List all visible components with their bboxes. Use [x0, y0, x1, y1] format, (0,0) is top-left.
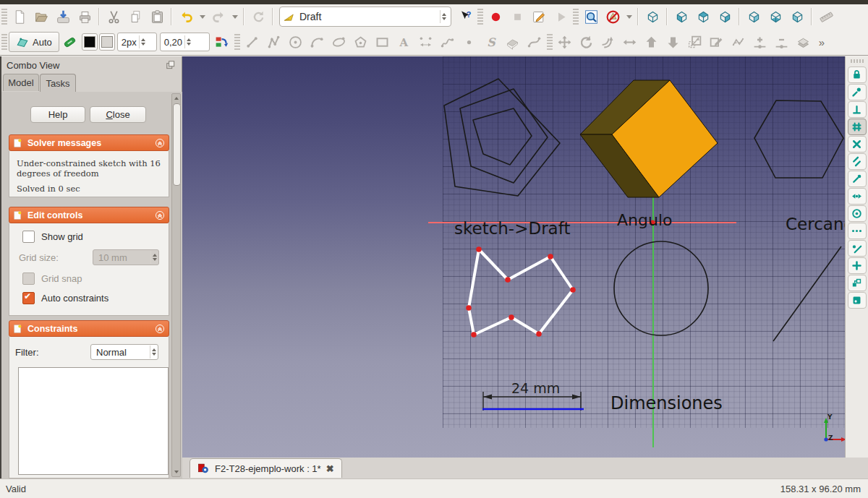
print-document-button[interactable] — [74, 7, 95, 27]
draft-line-button[interactable] — [242, 32, 263, 52]
draft-bspline-button[interactable] — [437, 32, 459, 52]
draft-ellipse-button[interactable] — [328, 32, 350, 52]
perpendicular-button[interactable] — [848, 101, 867, 118]
spin-arrows[interactable] — [139, 35, 147, 48]
text-scale-spinbox[interactable]: 0,20 — [160, 33, 210, 51]
draw-style-button[interactable] — [602, 7, 624, 27]
line-color-button[interactable] — [82, 33, 98, 51]
text-cercano[interactable]: Cercano — [786, 215, 854, 233]
paste-button[interactable] — [146, 7, 168, 27]
offset-button[interactable] — [597, 32, 619, 52]
constraints-filter-select[interactable]: Normal — [90, 344, 158, 360]
tab-model[interactable]: Model — [3, 74, 39, 91]
block-button[interactable] — [848, 84, 867, 100]
pentagon-offsets-sketch[interactable] — [444, 79, 560, 196]
upgrade-button[interactable] — [641, 32, 663, 52]
text-dimensiones[interactable]: Dimensiones — [610, 393, 723, 413]
macro-edit-button[interactable] — [528, 7, 550, 27]
move-button[interactable] — [554, 32, 576, 52]
scroll-up-arrow[interactable] — [172, 94, 180, 103]
internal-grid-button[interactable] — [848, 119, 867, 135]
open-document-button[interactable] — [30, 7, 52, 27]
wire-to-bspline-button[interactable] — [728, 32, 749, 52]
diagonal-line-sketch[interactable] — [773, 246, 841, 341]
remove-point-button[interactable] — [771, 32, 793, 52]
draft-to-sketch-button[interactable] — [793, 32, 814, 52]
orange-cube[interactable] — [580, 80, 718, 197]
toolbar-handle[interactable] — [234, 34, 240, 50]
dimension-value-label[interactable]: 24 mm — [511, 380, 560, 396]
snap-toggle-button[interactable] — [59, 32, 81, 52]
zoom-fit-button[interactable] — [580, 7, 602, 27]
redo-button[interactable] — [208, 7, 229, 27]
constraints-header[interactable]: Constraints — [9, 320, 169, 337]
workbench-selector[interactable]: Draft — [279, 7, 451, 27]
measure-button[interactable] — [815, 7, 837, 27]
view-top-button[interactable] — [692, 7, 714, 27]
float-panel-icon[interactable] — [166, 60, 176, 70]
filter-spin-arrows[interactable] — [150, 345, 158, 359]
symmetric-button[interactable] — [848, 188, 867, 205]
polyline-sketch[interactable] — [466, 246, 576, 338]
view-axonometric-button[interactable] — [642, 7, 663, 27]
concentric-button[interactable] — [848, 205, 867, 222]
lock-button[interactable] — [848, 66, 867, 83]
auto-constraints-checkbox[interactable] — [22, 292, 35, 304]
toolbar-handle[interactable] — [547, 34, 553, 50]
draft-text-button[interactable]: A — [393, 32, 415, 52]
refresh-button[interactable] — [247, 7, 269, 27]
tangent-button[interactable] — [848, 171, 867, 187]
working-plane-auto-button[interactable]: Auto — [9, 32, 59, 52]
new-document-button[interactable] — [9, 7, 30, 27]
undo-dropdown[interactable] — [197, 7, 208, 27]
close-x-button[interactable] — [848, 136, 867, 153]
draft-polyline-button[interactable] — [263, 32, 285, 52]
toolbar-handle[interactable] — [477, 9, 483, 25]
view-left-button[interactable] — [786, 7, 808, 27]
toolbar-handle[interactable] — [1, 34, 7, 50]
macro-record-button[interactable] — [485, 7, 506, 27]
viewport-3d[interactable]: sketch->Draft Angulo Cercano Dimensiones… — [182, 56, 868, 458]
draft-arc-button[interactable] — [307, 32, 328, 52]
line-width-spinbox[interactable]: 2px — [117, 33, 157, 51]
tab-close-button[interactable]: ✖ — [326, 463, 334, 474]
collapse-icon[interactable] — [155, 324, 165, 334]
whats-this-button[interactable]: ? — [454, 7, 476, 27]
cut-button[interactable] — [103, 7, 124, 27]
draft-shapestring-button[interactable]: S — [480, 32, 502, 52]
solver-messages-header[interactable]: Solver messages — [9, 134, 169, 151]
view-bottom-button[interactable] — [765, 7, 786, 27]
document-tab[interactable]: F2-T28-ejemplo-work : 1* ✖ — [190, 458, 342, 478]
toolbar-handle[interactable] — [851, 59, 864, 63]
point-on-line-button[interactable] — [848, 240, 867, 257]
draft-point-button[interactable] — [459, 32, 480, 52]
edit-controls-header[interactable]: Edit controls — [9, 207, 169, 223]
parallel-button[interactable] — [848, 153, 867, 170]
scale-button[interactable] — [684, 32, 706, 52]
toolbar-overflow[interactable]: » — [819, 36, 825, 48]
more-button[interactable] — [848, 223, 867, 239]
downgrade-button[interactable] — [663, 32, 684, 52]
undo-button[interactable] — [175, 7, 197, 27]
show-grid-checkbox[interactable] — [22, 231, 35, 243]
view-front-button[interactable] — [671, 7, 692, 27]
draft-dimension-button[interactable] — [415, 32, 437, 52]
circle-sketch[interactable] — [614, 241, 708, 335]
copy-button[interactable] — [124, 7, 146, 27]
constraints-list[interactable] — [18, 367, 169, 475]
collapse-icon[interactable] — [155, 210, 165, 220]
trim-button[interactable] — [619, 32, 641, 52]
macro-play-button[interactable] — [550, 7, 571, 27]
draft-bezier-button[interactable] — [524, 32, 545, 52]
save-document-button[interactable] — [52, 7, 74, 27]
close-button[interactable]: Close — [90, 106, 146, 123]
scrollbar-thumb[interactable] — [173, 103, 181, 186]
toolbar-handle[interactable] — [573, 9, 579, 25]
hexagon-sketch[interactable] — [754, 100, 843, 178]
add-point-button[interactable] — [749, 32, 771, 52]
text-sketch-draft[interactable]: sketch->Draft — [454, 219, 570, 238]
text-angulo[interactable]: Angulo — [617, 211, 672, 229]
macro-stop-button[interactable] — [506, 7, 528, 27]
view-rear-button[interactable] — [743, 7, 765, 27]
combo-spin-arrows[interactable] — [440, 10, 448, 23]
